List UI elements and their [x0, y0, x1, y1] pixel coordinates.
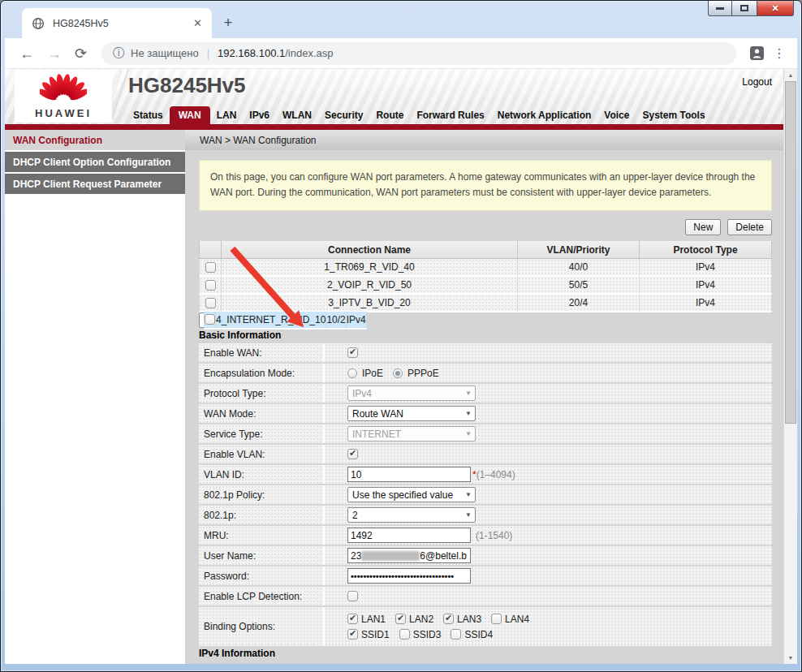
enable-wan-checkbox[interactable]: ✔ — [347, 347, 358, 358]
reload-icon[interactable]: ⟳ — [75, 46, 87, 61]
browser-window: ✕ HG8245Hv5 ✕ + ← → ⟳ ⓘ Не защищено | 19… — [0, 0, 802, 672]
row-checkbox[interactable]: ✔ — [205, 262, 216, 273]
form-row-lcp-detection: Enable LCP Detection: ✔ — [199, 587, 772, 605]
row-checkbox[interactable]: ✔ — [205, 298, 216, 308]
scrollbar-thumb[interactable] — [785, 81, 796, 424]
url-host: 192.168.100.1 — [218, 47, 285, 59]
tab-status[interactable]: Status — [127, 106, 170, 124]
tab-wlan[interactable]: WLAN — [276, 106, 318, 124]
ssid3-checkbox[interactable]: ✔ — [399, 629, 410, 640]
tab-forward-rules[interactable]: Forward Rules — [410, 106, 490, 124]
ssid1-checkbox[interactable]: ✔ — [347, 629, 358, 640]
table-row[interactable]: ✔ 1_TR069_R_VID_40 40/0 IPv4 — [199, 259, 772, 277]
tab-close-icon[interactable]: ✕ — [190, 17, 205, 29]
8021p-policy-select[interactable]: Use the specified value ▼ — [347, 487, 476, 502]
browser-toolbar: ← → ⟳ ⓘ Не защищено | 192.168.100.1/inde… — [5, 38, 797, 69]
lan3-checkbox[interactable]: ✔ — [443, 614, 454, 624]
maximize-button[interactable] — [732, 1, 757, 16]
ssid4-checkbox[interactable]: ✔ — [451, 629, 461, 640]
tab-ipv6[interactable]: IPv6 — [243, 106, 276, 124]
tab-system-tools[interactable]: System Tools — [636, 106, 711, 124]
lan2-checkbox[interactable]: ✔ — [395, 614, 406, 624]
table-row[interactable]: ✔ 2_VOIP_R_VID_50 50/5 IPv4 — [199, 277, 772, 295]
pppoe-radio[interactable] — [393, 368, 403, 378]
service-type-select[interactable]: INTERNET ▼ — [347, 426, 476, 442]
vlan-id-input[interactable]: 10 — [347, 467, 471, 482]
profile-icon[interactable] — [749, 45, 765, 61]
minimize-button[interactable] — [708, 1, 732, 16]
lan4-checkbox[interactable]: ✔ — [491, 614, 502, 624]
logout-link[interactable]: Logout — [742, 76, 772, 88]
new-button[interactable]: New — [685, 219, 721, 235]
vlan-id-hint: (1–4094) — [476, 469, 515, 480]
protocol-type-select[interactable]: IPv4 ▼ — [347, 386, 476, 401]
new-tab-button[interactable]: + — [217, 13, 239, 33]
enable-vlan-checkbox[interactable]: ✔ — [347, 449, 358, 459]
form-row-wan-mode: WAN Mode: Route WAN ▼ — [199, 404, 772, 423]
table-row-selected[interactable]: ✔ 4_INTERNET_R_VID_10 10/2 IPv4 — [199, 312, 327, 328]
security-label[interactable]: Не защищено — [131, 47, 199, 59]
chevron-down-icon: ▼ — [465, 410, 472, 417]
browser-menu-icon[interactable]: ⋮ — [773, 45, 786, 61]
table-header-row: Connection Name VLAN/Priority Protocol T… — [199, 241, 772, 259]
user-name-input[interactable]: 236@beltel.b — [347, 548, 471, 563]
form-row-user-name: User Name: 236@beltel.b — [199, 546, 772, 565]
page-scrollbar[interactable]: ▲ ▼ — [783, 69, 797, 664]
info-box: On this page, you can configure WAN port… — [199, 160, 772, 211]
mru-input[interactable]: 1492 — [347, 528, 471, 543]
header-protocol-type: Protocol Type — [640, 241, 772, 259]
ipoe-radio[interactable] — [347, 368, 357, 378]
header-vlan-priority: VLAN/Priority — [518, 241, 640, 259]
globe-favicon-icon — [32, 17, 45, 30]
maximize-icon — [740, 5, 748, 11]
form-row-8021p-policy: 802.1p Policy: Use the specified value ▼ — [199, 485, 772, 504]
page-viewport: HUAWEI HG8245Hv5 Logout Status WAN LAN I… — [5, 69, 797, 664]
header-checkbox-cell — [199, 241, 222, 259]
address-bar[interactable]: ⓘ Не защищено | 192.168.100.1/index.asp — [101, 42, 736, 65]
scroll-up-icon[interactable]: ▲ — [784, 69, 797, 81]
device-model-title: HG8245Hv5 — [128, 73, 246, 98]
form-row-vlan-id: VLAN ID: 10 * (1–4094) — [199, 465, 772, 484]
tab-route[interactable]: Route — [369, 106, 410, 124]
forward-icon[interactable]: → — [47, 46, 62, 61]
8021p-select[interactable]: 2 ▼ — [347, 507, 476, 523]
scroll-down-icon[interactable]: ▼ — [784, 652, 797, 664]
sidebar-item-dhcp-client-option[interactable]: DHCP Client Option Configuration — [5, 152, 185, 172]
browser-tab[interactable]: HG8245Hv5 ✕ — [22, 8, 212, 38]
minimize-icon — [716, 7, 724, 10]
lan-binding-group: ✔LAN1 ✔LAN2 ✔LAN3 ✔LAN4 — [347, 614, 539, 625]
page-info-icon[interactable]: ⓘ — [113, 46, 124, 61]
window-controls: ✕ — [708, 1, 794, 16]
form-row-8021p: 802.1p: 2 ▼ — [199, 506, 772, 524]
lcp-detection-checkbox[interactable]: ✔ — [347, 591, 358, 601]
sidebar-item-dhcp-client-request[interactable]: DHCP Client Request Parameter — [5, 174, 185, 194]
brand-name: HUAWEI — [15, 107, 112, 119]
back-icon[interactable]: ← — [19, 46, 34, 61]
chevron-down-icon: ▼ — [465, 511, 472, 519]
row-checkbox[interactable]: ✔ — [205, 280, 216, 291]
tab-network-application[interactable]: Network Application — [491, 106, 598, 124]
header-accent-bar — [5, 124, 783, 130]
chevron-down-icon: ▼ — [465, 390, 472, 397]
form-row-enable-wan: Enable WAN: ✔ — [199, 343, 772, 362]
delete-button[interactable]: Delete — [727, 219, 772, 235]
wan-mode-select[interactable]: Route WAN ▼ — [347, 406, 476, 421]
lan1-checkbox[interactable]: ✔ — [347, 614, 358, 624]
tab-voice[interactable]: Voice — [597, 106, 636, 124]
huawei-flower-icon — [40, 73, 87, 104]
main-nav: Status WAN LAN IPv6 WLAN Security Route … — [127, 106, 712, 124]
sidebar: WAN Configuration DHCP Client Option Con… — [5, 130, 185, 664]
sidebar-item-wan-configuration[interactable]: WAN Configuration — [5, 130, 185, 150]
row-checkbox[interactable]: ✔ — [205, 314, 215, 325]
tab-lan[interactable]: LAN — [210, 106, 244, 124]
url-path: /index.asp — [285, 47, 333, 59]
wan-connections-table: Connection Name VLAN/Priority Protocol T… — [199, 241, 772, 328]
chevron-down-icon: ▼ — [465, 430, 472, 437]
tab-wan[interactable]: WAN — [170, 106, 210, 124]
mru-hint: (1-1540) — [476, 530, 512, 541]
main-content: WAN > WAN Configuration On this page, yo… — [185, 130, 783, 664]
tab-security[interactable]: Security — [318, 106, 369, 124]
close-window-button[interactable]: ✕ — [757, 1, 794, 16]
table-row[interactable]: ✔ 3_IPTV_B_VID_20 20/4 IPv4 — [199, 295, 772, 312]
password-input[interactable]: ••••••••••••••••••••••••••••••••• — [347, 568, 471, 584]
